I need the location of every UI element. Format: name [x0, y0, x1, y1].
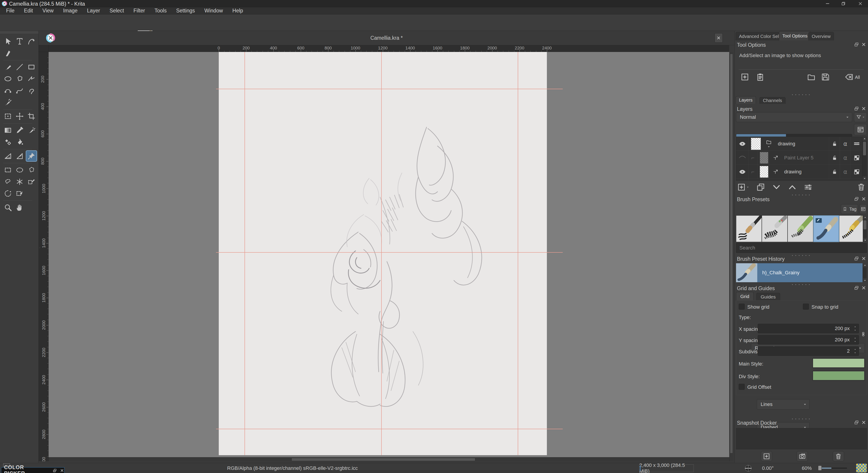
duplicate-layer-button[interactable] — [756, 182, 766, 192]
rectangle-tool-button[interactable] — [26, 61, 37, 73]
layer-visibility-toggle[interactable] — [736, 137, 748, 150]
menu-view[interactable]: View — [38, 7, 58, 14]
enclose-fill-tool-button[interactable] — [14, 188, 25, 199]
layer-properties-toggle[interactable] — [850, 151, 862, 165]
spin-up-icon[interactable] — [853, 326, 857, 328]
layer-visibility-toggle[interactable] — [736, 151, 748, 165]
layer-name[interactable]: drawing — [774, 137, 829, 150]
float-docker-icon[interactable] — [53, 468, 57, 473]
text-tool-button[interactable] — [14, 36, 25, 47]
vertical-scrollbar[interactable] — [729, 52, 733, 461]
snapshot-list[interactable] — [736, 428, 867, 449]
dynamic-brush-tool-button[interactable] — [26, 85, 37, 96]
scrollbar-thumb[interactable] — [864, 221, 866, 229]
freehand-path-tool-button[interactable] — [14, 85, 25, 96]
x-spacing-input[interactable]: 200 px — [758, 324, 859, 333]
layer-view-options-button[interactable] — [854, 124, 867, 135]
add-layer-button[interactable] — [737, 183, 750, 192]
zoom-slider[interactable] — [818, 468, 847, 469]
menu-window[interactable]: Window — [200, 7, 228, 14]
calligraphy-tool-button[interactable] — [2, 47, 13, 59]
docker-splitter-handle[interactable]: ▪ ▪ ▪ ▪ ▪ ▪ — [735, 194, 868, 196]
menu-settings[interactable]: Settings — [171, 7, 199, 14]
docker-splitter-handle[interactable]: ▪ ▪ ▪ ▪ ▪ ▪ — [735, 93, 868, 96]
brush-preset-round-brush[interactable] — [736, 215, 762, 242]
preset-view-options-button[interactable] — [860, 204, 867, 214]
vertical-guide[interactable] — [518, 52, 518, 455]
main-style-color-swatch[interactable] — [812, 358, 865, 368]
polygonal-selection-tool-button[interactable] — [26, 164, 37, 176]
layer-row-clipped[interactable] — [736, 179, 862, 181]
preset-scrollbar[interactable] — [863, 215, 867, 242]
y-spacing-input[interactable]: 200 px — [758, 335, 859, 344]
color-sampler-tool-button[interactable] — [14, 125, 25, 136]
document-tab-title[interactable]: Camellia.kra * — [370, 35, 403, 41]
spin-down-icon[interactable] — [853, 340, 857, 342]
close-docker-icon[interactable] — [60, 468, 64, 473]
group-expand-toggle[interactable] — [763, 137, 774, 150]
scroll-up-button[interactable] — [863, 263, 867, 267]
close-button[interactable] — [855, 0, 865, 7]
horizontal-guide[interactable] — [216, 89, 563, 89]
move-layer-up-button[interactable] — [787, 182, 797, 192]
menu-filter[interactable]: Filter — [129, 7, 150, 14]
layer-properties-toggle[interactable] — [850, 165, 862, 178]
delete-all-button[interactable] — [844, 72, 854, 82]
load-set-button[interactable] — [806, 72, 816, 82]
float-docker-icon[interactable] — [854, 42, 859, 47]
layer-lock-toggle[interactable] — [829, 165, 840, 178]
scroll-down-button[interactable] — [863, 278, 867, 282]
freehand-selection-tool-button[interactable] — [2, 176, 13, 188]
show-grid-checkbox[interactable] — [739, 304, 745, 309]
snap-to-grid-checkbox[interactable] — [803, 304, 809, 309]
freehand-brush-tool-button[interactable] — [2, 61, 13, 73]
float-docker-icon[interactable] — [854, 285, 859, 290]
panel-divider-grip[interactable] — [39, 243, 40, 252]
spin-up-icon[interactable] — [853, 348, 857, 351]
tab-grid[interactable]: Grid — [736, 292, 754, 301]
save-set-button[interactable] — [820, 72, 831, 82]
layer-blending-mode-select[interactable]: Normal — [736, 112, 852, 122]
image-dimensions-status[interactable]: 2,400 x 3,000 (284.5 MiB) — [639, 465, 694, 472]
tab-guides[interactable]: Guides — [756, 293, 780, 301]
layer-lock-toggle[interactable] — [829, 137, 840, 150]
layer-alpha-toggle[interactable]: α — [840, 151, 850, 165]
spin-down-icon[interactable] — [853, 351, 857, 354]
canvas-viewport[interactable] — [49, 52, 729, 461]
menu-help[interactable]: Help — [227, 7, 248, 14]
layer-properties-button[interactable] — [803, 182, 813, 192]
multibrush-tool-button[interactable] — [2, 97, 13, 108]
brush-history-selected-item[interactable]: h)_Chalk_Grainy — [736, 263, 863, 282]
spin-down-icon[interactable] — [853, 329, 857, 331]
link-spacing-icon[interactable] — [861, 328, 866, 340]
menu-edit[interactable]: Edit — [19, 7, 38, 14]
layer-visibility-toggle[interactable] — [736, 165, 748, 178]
layer-row-hidden[interactable]: ⌐ Paint Layer 5 α — [736, 151, 862, 165]
polyline-tool-button[interactable] — [26, 73, 37, 85]
bezier-curve-tool-button[interactable] — [2, 85, 13, 96]
line-tool-button[interactable] — [14, 61, 25, 73]
crop-tool-button[interactable] — [26, 111, 37, 122]
fill-tool-button[interactable] — [14, 136, 25, 148]
layer-row-group[interactable]: drawing α — [736, 137, 862, 151]
smart-patch-tool-button[interactable] — [26, 125, 37, 136]
float-docker-icon[interactable] — [854, 196, 859, 201]
close-docker-icon[interactable] — [861, 42, 866, 47]
layer-lock-toggle[interactable] — [829, 151, 840, 165]
tab-channels[interactable]: Channels — [760, 97, 785, 104]
float-docker-icon[interactable] — [854, 256, 859, 261]
pattern-edit-tool-button[interactable] — [2, 136, 13, 148]
scrollbar-thumb[interactable] — [863, 142, 866, 155]
rectangular-selection-tool-button[interactable] — [2, 164, 13, 176]
layer-row-drawing[interactable]: ⌐ drawing α — [736, 165, 862, 179]
similar-color-selection-tool-button[interactable] — [14, 176, 25, 188]
subdivision-input[interactable]: 2 — [758, 346, 859, 356]
layer-name[interactable]: drawing — [780, 165, 829, 178]
layer-alpha-toggle[interactable]: α — [840, 137, 850, 150]
close-docker-icon[interactable] — [861, 285, 866, 290]
bezier-selection-tool-button[interactable] — [26, 176, 37, 188]
menu-select[interactable]: Select — [105, 7, 129, 14]
close-docker-icon[interactable] — [861, 256, 866, 261]
layer-inherit-alpha-toggle[interactable] — [850, 137, 862, 150]
scroll-up-button[interactable] — [863, 215, 867, 219]
